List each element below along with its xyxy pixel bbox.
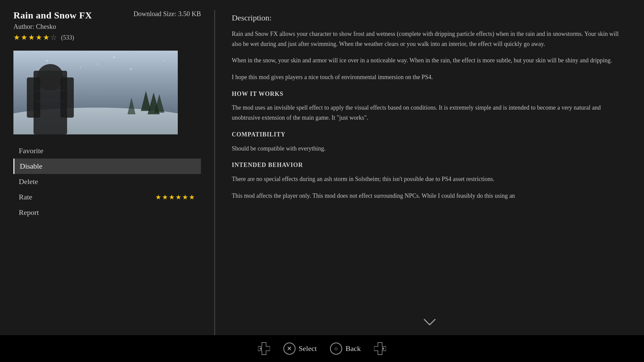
mod-image-container: › xyxy=(13,51,178,134)
mod-menu: Favorite Disable Delete Rate ★★★★★★ Repo… xyxy=(13,143,201,220)
scene-svg xyxy=(13,51,178,134)
svg-point-14 xyxy=(113,57,115,58)
scroll-down-indicator[interactable] xyxy=(423,318,436,328)
report-label: Report xyxy=(19,208,39,217)
delete-label: Delete xyxy=(19,177,38,186)
report-menu-item[interactable]: Report xyxy=(13,205,201,220)
intended-behavior-header: INTENDED BEHAVIOR xyxy=(232,160,627,170)
back-button-group[interactable]: ○ Back xyxy=(330,343,361,355)
right-panel: Description: Rain and Snow FX allows you… xyxy=(215,10,644,335)
top-info-row: Rain and Snow FX Author: Chesko ★★★★★☆ (… xyxy=(13,10,201,48)
mod-author: Author: Chesko xyxy=(13,23,92,31)
svg-point-12 xyxy=(46,60,48,61)
svg-point-16 xyxy=(97,64,98,65)
download-size: Download Size: 3.50 KB xyxy=(133,10,201,18)
svg-point-13 xyxy=(80,67,81,68)
desc-para-3: I hope this mod gives players a nice tou… xyxy=(232,72,627,82)
circle-button-icon: ○ xyxy=(330,343,342,355)
rate-stars: ★★★★★★ xyxy=(155,193,196,201)
rate-menu-item[interactable]: Rate ★★★★★★ xyxy=(13,189,201,205)
svg-rect-8 xyxy=(27,77,40,118)
favorite-label: Favorite xyxy=(19,146,43,155)
delete-menu-item[interactable]: Delete xyxy=(13,174,201,189)
mod-title-author: Rain and Snow FX Author: Chesko ★★★★★☆ (… xyxy=(13,10,92,48)
description-heading: Description: xyxy=(232,13,627,22)
compatibility-header: COMPATIBILITY xyxy=(232,130,627,140)
description-body: Rain and Snow FX allows your character t… xyxy=(232,29,627,201)
svg-marker-22 xyxy=(382,347,385,351)
right-dpad-icon xyxy=(374,343,386,355)
back-label: Back xyxy=(345,344,361,353)
svg-marker-20 xyxy=(259,347,262,351)
disable-menu-item[interactable]: Disable xyxy=(13,159,201,174)
select-button-group[interactable]: ✕ Select xyxy=(283,343,317,355)
rating-stars: ★★★★★☆ xyxy=(13,33,58,42)
chevron-down-icon xyxy=(423,318,436,326)
compatibility-text: Should be compatible with everything. xyxy=(232,144,627,154)
desc-para-2: When in the snow, your skin and armor wi… xyxy=(232,56,627,66)
dpad-right-svg xyxy=(374,342,386,355)
svg-rect-7 xyxy=(37,64,64,91)
left-dpad-icon xyxy=(258,343,270,355)
x-icon: ✕ xyxy=(287,345,292,352)
dpad-left-svg xyxy=(258,342,270,355)
svg-rect-9 xyxy=(60,77,74,118)
left-panel: Rain and Snow FX Author: Chesko ★★★★★☆ (… xyxy=(0,10,215,335)
intended-behavior-text-1: There are no special effects during an a… xyxy=(232,174,627,184)
favorite-menu-item[interactable]: Favorite xyxy=(13,143,201,159)
circle-icon: ○ xyxy=(334,345,338,352)
how-it-works-header: HOW IT WORKS xyxy=(232,89,627,99)
x-button-icon: ✕ xyxy=(283,343,296,355)
desc-para-1: Rain and Snow FX allows your character t… xyxy=(232,29,627,49)
select-label: Select xyxy=(299,344,317,353)
how-it-works-text: The mod uses an invisible spell effect t… xyxy=(232,103,627,123)
mod-title: Rain and Snow FX xyxy=(13,10,92,21)
disable-label: Disable xyxy=(20,162,42,171)
intended-behavior-text-2: This mod affects the player only. This m… xyxy=(232,191,627,201)
rating-count: (533) xyxy=(61,34,74,41)
svg-point-18 xyxy=(164,60,165,61)
mod-rating-row: ★★★★★☆ (533) xyxy=(13,33,92,42)
svg-point-15 xyxy=(63,74,64,74)
content-area: Rain and Snow FX Author: Chesko ★★★★★☆ (… xyxy=(0,0,644,335)
svg-point-17 xyxy=(130,68,131,70)
mod-image xyxy=(13,51,178,134)
main-container: Rain and Snow FX Author: Chesko ★★★★★☆ (… xyxy=(0,0,644,362)
rate-label: Rate xyxy=(19,193,32,201)
bottom-bar: ✕ Select ○ Back xyxy=(0,335,644,362)
